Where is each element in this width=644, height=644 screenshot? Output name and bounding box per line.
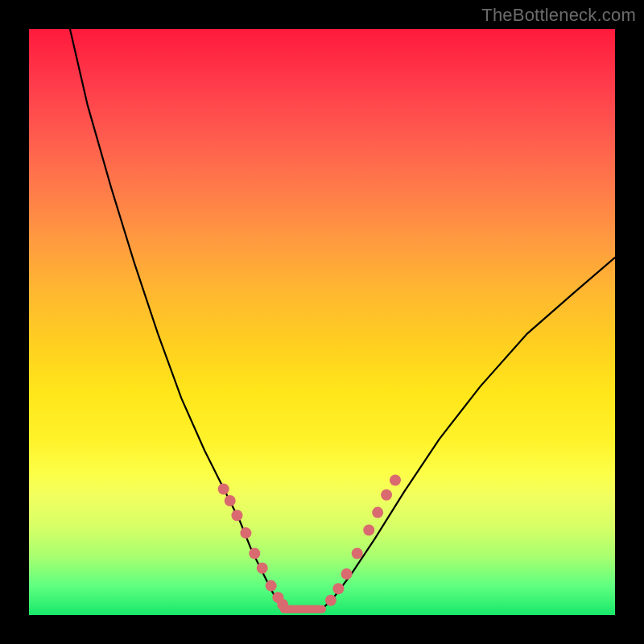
marker-dot-left [249,548,260,559]
marker-dot-right [390,475,401,486]
chart-svg [29,29,615,615]
marker-dot-left [218,483,229,494]
chart-frame: TheBottleneck.com [0,0,644,644]
marker-dot-right [372,507,383,518]
marker-dot-right [332,583,344,594]
marker-dot-right [363,524,374,535]
marker-dot-right [381,489,392,501]
marker-dot-right [325,595,336,606]
marker-dot-right [341,568,353,580]
right-curve [322,258,615,609]
svg-content [70,29,615,610]
marker-dot-right [352,548,363,559]
marker-dot-left [277,599,288,610]
plot-area [29,29,615,615]
marker-dot-left [225,495,236,506]
marker-dot-left [257,563,268,574]
left-curve [70,29,284,609]
watermark-text: TheBottleneck.com [481,5,636,26]
marker-dot-left [240,527,251,539]
marker-dot-left [231,510,242,521]
marker-dot-left [266,580,277,592]
